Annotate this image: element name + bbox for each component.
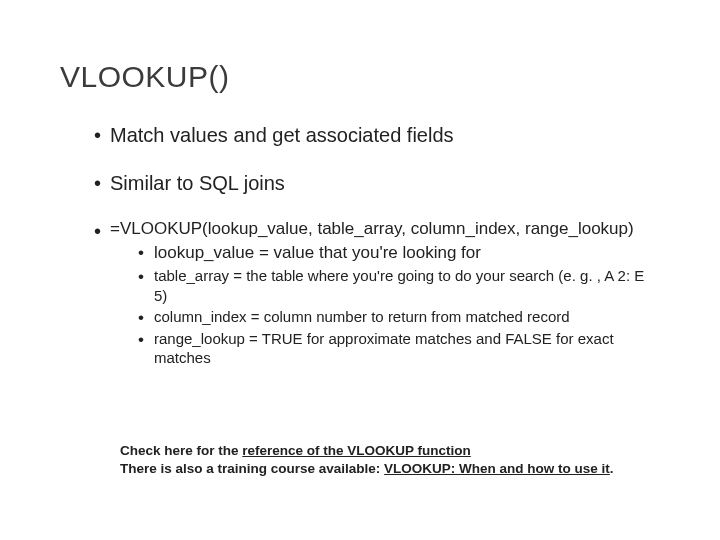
footnote: Check here for the reference of the VLOO…	[120, 442, 614, 478]
bullet-item: Match values and get associated fields	[94, 122, 660, 148]
sub-bullet-list: lookup_value = value that you're looking…	[138, 242, 660, 368]
sub-bullet-item: column_index = column number to return f…	[138, 307, 660, 327]
footnote-text: .	[610, 461, 614, 476]
sub-bullet-item: range_lookup = TRUE for approximate matc…	[138, 329, 660, 368]
slide: VLOOKUP() Match values and get associate…	[0, 0, 720, 540]
bullet-item: Similar to SQL joins	[94, 170, 660, 196]
bullet-list: Match values and get associated fields S…	[94, 122, 660, 368]
slide-title: VLOOKUP()	[60, 60, 660, 94]
bullet-item: =VLOOKUP(lookup_value, table_array, colu…	[94, 218, 660, 368]
footnote-link[interactable]: VLOOKUP: When and how to use it	[384, 461, 610, 476]
bullet-text: =VLOOKUP(lookup_value, table_array, colu…	[110, 219, 634, 238]
sub-bullet-item: table_array = the table where you're goi…	[138, 266, 660, 305]
footnote-text: There is also a training course availabl…	[120, 461, 384, 476]
footnote-link[interactable]: reference of the VLOOKUP function	[242, 443, 471, 458]
footnote-line: There is also a training course availabl…	[120, 460, 614, 478]
footnote-line: Check here for the reference of the VLOO…	[120, 442, 614, 460]
footnote-text: Check here for the	[120, 443, 242, 458]
sub-bullet-item: lookup_value = value that you're looking…	[138, 242, 660, 264]
